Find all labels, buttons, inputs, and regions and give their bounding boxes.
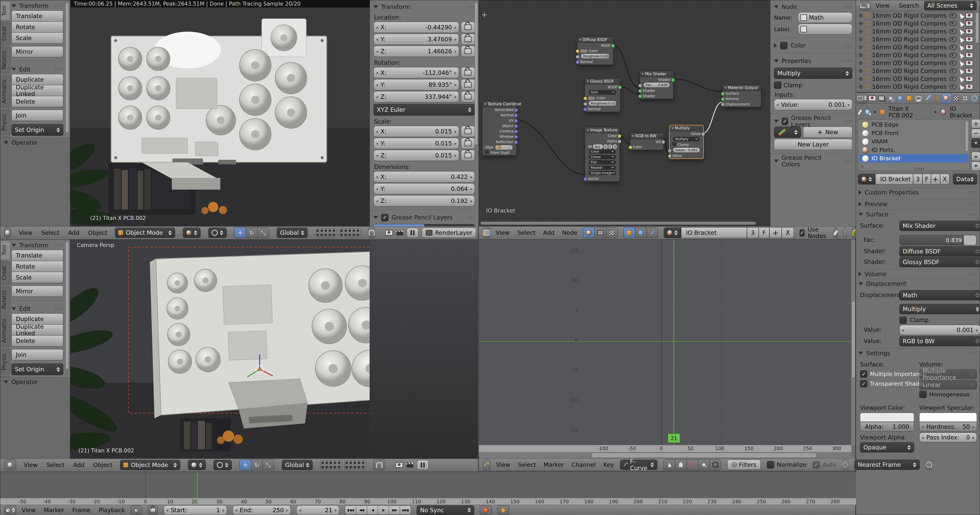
input-socket[interactable] [638, 84, 642, 87]
tree-type-shader-button[interactable] [583, 227, 595, 238]
fake-user-button[interactable]: F [608, 145, 612, 149]
shelf-button[interactable]: Delete [11, 335, 63, 347]
alpha-field[interactable]: Alpha:1.000 [860, 422, 914, 432]
shelf-button[interactable]: Delete [11, 96, 63, 107]
users-count-button[interactable]: 3 [747, 227, 759, 238]
unlink-button[interactable]: X [612, 145, 617, 149]
visibility-eye-icon[interactable] [949, 52, 957, 58]
output-socket[interactable] [514, 130, 518, 134]
fake-user-button[interactable]: F [759, 227, 769, 238]
rotation-x-field[interactable]: ◂X:-112.046°▸ [374, 67, 459, 78]
new-material-button[interactable]: + [769, 227, 782, 238]
lock-button[interactable] [461, 79, 475, 91]
expand-icon[interactable]: ⊕ [859, 68, 863, 74]
value-field[interactable]: ◂Value:0.001▸ [774, 99, 852, 110]
eyedropper-icon[interactable]: ╱ [509, 145, 511, 150]
orientation-menu[interactable]: Global [277, 227, 308, 238]
menu-item[interactable]: Object [88, 229, 107, 236]
clamp-checkbox[interactable] [899, 316, 907, 324]
graph-mode-menu[interactable]: F-Curve [620, 459, 657, 470]
volume-sampling-menu[interactable]: Multiple Importance [919, 369, 977, 379]
expand-icon[interactable]: ⊕ [859, 76, 863, 82]
viewport-rendered[interactable]: Time:00:06.25 | Mem:2643.51M, Peak:2643.… [0, 0, 478, 239]
node-dropdown[interactable]: Color [589, 149, 616, 154]
lock-button[interactable] [148, 505, 158, 515]
time-display-button[interactable] [130, 505, 142, 515]
collapse-icon[interactable] [774, 159, 779, 162]
orientation-menu[interactable]: Global [282, 460, 313, 470]
opengl-render-icon[interactable] [395, 462, 403, 468]
shelf-button[interactable]: Scale [11, 272, 63, 283]
shelf-button[interactable]: Rotate [11, 261, 63, 272]
tab-data[interactable]: ▽ [932, 94, 941, 103]
mode-menu[interactable]: Object Mode [115, 227, 175, 238]
shelf-button[interactable]: Join [11, 110, 63, 121]
copy-button[interactable] [926, 459, 932, 470]
visibility-eye-icon[interactable] [949, 68, 957, 73]
visibility-eye-icon[interactable] [949, 37, 957, 42]
node-mix-shader[interactable]: Mix Shader Shader Fac:0.839 Shader Shade… [640, 71, 673, 99]
shelf-tab[interactable]: Relatio [0, 47, 11, 74]
node-dropdown[interactable]: Flat [589, 160, 616, 164]
pivot-menu[interactable] [208, 227, 227, 238]
scale-z-field[interactable]: ◂Z:0.015▸ [374, 150, 459, 161]
input-socket[interactable] [576, 55, 579, 59]
collapse-icon[interactable] [774, 5, 779, 8]
selectability-cursor-icon[interactable] [958, 51, 964, 59]
output-socket[interactable] [701, 132, 705, 136]
shelf-scrollbar[interactable] [65, 2, 69, 132]
pause-button[interactable] [417, 460, 429, 470]
panel-grip-icon[interactable] [844, 159, 853, 162]
menu-item[interactable]: Select [517, 229, 536, 236]
lock-button[interactable] [461, 138, 475, 149]
input-socket[interactable] [638, 89, 642, 93]
editor-type-button[interactable] [860, 1, 870, 10]
menu-item[interactable]: View [496, 229, 510, 236]
panel-displacement[interactable]: Displacement [859, 279, 977, 288]
panel-custom-properties[interactable]: Custom Properties [859, 188, 977, 197]
shelf-button[interactable]: Mirror [11, 286, 63, 297]
visibility-eye-icon[interactable] [949, 45, 957, 50]
display-mode-menu[interactable]: All Scenes [924, 1, 977, 10]
slot-scrollbar[interactable] [965, 121, 969, 152]
output-socket[interactable] [514, 124, 518, 128]
object-name[interactable]: 16mm OD Rigid Compression Fit [872, 60, 947, 66]
menu-item[interactable]: Node [562, 229, 578, 236]
viewport-specular-swatch[interactable] [919, 413, 977, 422]
panel-grip-icon[interactable] [845, 120, 852, 123]
manipulator-rotate-button[interactable]: ↻ [246, 227, 258, 238]
input-socket[interactable] [721, 103, 725, 106]
menu-item[interactable]: Add [68, 229, 80, 236]
expand-icon[interactable]: ⊕ [859, 12, 863, 19]
shader-type-linestyle-button[interactable] [646, 227, 658, 238]
outliner-row[interactable]: ⊕ ▽ 16mm OD Rigid Compression Fit [856, 83, 975, 91]
roughness-slider[interactable]: Roughnes:0.010 [589, 101, 616, 106]
render-layer-selector[interactable]: RenderLayer [422, 227, 476, 238]
hardness-field[interactable]: ◂Hardness:50▸ [919, 422, 977, 432]
object-name[interactable]: 16mm OD Rigid Compression Fit [872, 20, 947, 27]
input-socket[interactable] [576, 60, 579, 64]
pivot-menu[interactable] [213, 460, 232, 470]
outliner-row[interactable]: ⊕ ▽ 16mm OD Rigid Compression Fit [856, 19, 975, 27]
use-nodes-checkbox[interactable]: ✓ [800, 229, 805, 237]
expand-icon[interactable]: ⊕ [859, 60, 863, 66]
tab-object[interactable] [905, 94, 914, 103]
panel-grip-icon[interactable] [466, 216, 475, 219]
menu-item[interactable]: Select [41, 229, 59, 236]
manipulator-scale-button[interactable]: ⤡ [262, 459, 274, 470]
collapse-icon[interactable] [774, 59, 779, 62]
tab-modifiers[interactable] [923, 94, 932, 103]
node-texture-coordinate[interactable]: Texture Coordinat GeneratedNormalUVObjec… [482, 101, 516, 156]
selectability-cursor-icon[interactable] [958, 20, 964, 27]
material-slot-selected[interactable]: IO Bracket [859, 154, 969, 162]
tab-world[interactable] [896, 94, 904, 103]
dim-z-field[interactable]: ◂Z:0.192▸ [374, 195, 475, 207]
menu-item[interactable]: Channel [571, 461, 595, 468]
timeline-track[interactable] [0, 472, 856, 498]
rotation-mode-menu[interactable]: XYZ Euler [374, 104, 475, 116]
roughness-slider[interactable]: Roughnes:0.000 [581, 54, 609, 59]
breadcrumb-material[interactable]: IO Bracket [950, 105, 977, 119]
pause-button[interactable] [407, 228, 418, 238]
menu-item[interactable]: View [876, 2, 889, 9]
gp-checkbox[interactable]: ✓ [381, 214, 388, 221]
